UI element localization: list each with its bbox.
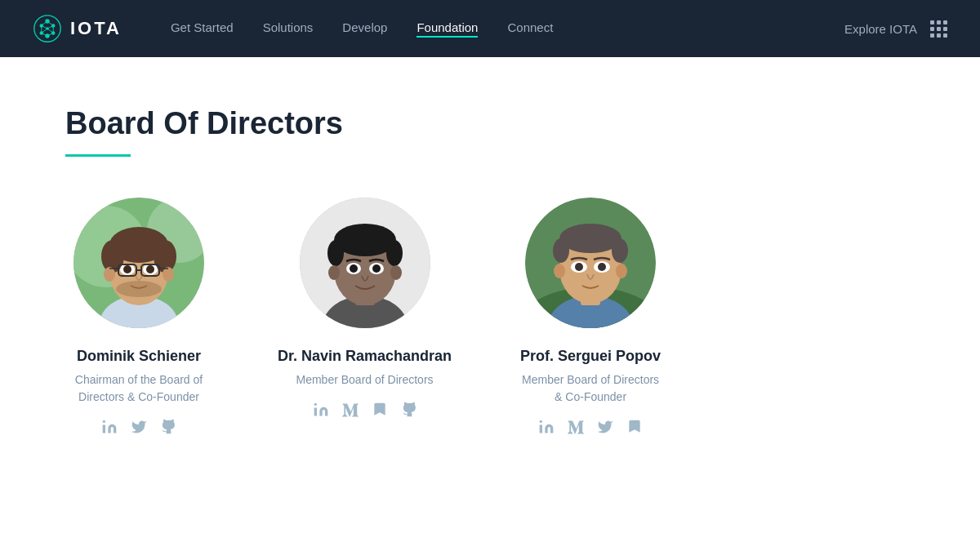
svg-rect-40 bbox=[103, 425, 105, 433]
github-icon-dominik[interactable] bbox=[160, 419, 176, 435]
nav-develop[interactable]: Develop bbox=[342, 20, 387, 38]
grid-dot bbox=[943, 33, 947, 38]
navbar: IOTA Get Started Solutions Develop Found… bbox=[0, 0, 980, 57]
svg-point-71 bbox=[575, 263, 583, 271]
svg-point-67 bbox=[554, 264, 565, 278]
svg-point-72 bbox=[598, 263, 606, 271]
social-icons-navin bbox=[313, 402, 417, 418]
grid-dot bbox=[937, 27, 941, 31]
board-member-navin: Dr. Navin Ramachandran Member Board of D… bbox=[278, 198, 452, 418]
svg-line-9 bbox=[47, 21, 53, 25]
twitter-icon-dominik[interactable] bbox=[131, 419, 147, 435]
grid-dot bbox=[930, 20, 934, 24]
twitter-icon-serguei[interactable] bbox=[597, 419, 613, 435]
member-name-navin: Dr. Navin Ramachandran bbox=[278, 348, 452, 365]
main-content: Board Of Directors bbox=[0, 57, 980, 500]
page-title: Board Of Directors bbox=[65, 106, 915, 141]
social-icons-dominik bbox=[101, 419, 176, 435]
board-member-serguei: Prof. Serguei Popov Member Board of Dire… bbox=[517, 198, 664, 435]
svg-line-12 bbox=[42, 29, 47, 33]
board-grid: Dominik Schiener Chairman of the Board o… bbox=[65, 198, 915, 435]
grid-dot bbox=[937, 33, 941, 38]
svg-point-41 bbox=[103, 420, 105, 423]
nav-right: Explore IOTA bbox=[844, 20, 947, 38]
grid-dot bbox=[943, 20, 947, 24]
speakerdeck-icon-serguei[interactable] bbox=[626, 419, 643, 435]
avatar-navin bbox=[300, 198, 430, 328]
linkedin-icon-navin[interactable] bbox=[313, 402, 329, 418]
github-icon-navin[interactable] bbox=[401, 402, 417, 418]
svg-line-8 bbox=[42, 21, 47, 25]
nav-connect[interactable]: Connect bbox=[507, 20, 553, 38]
avatar-dominik bbox=[74, 198, 204, 328]
svg-rect-56 bbox=[314, 408, 316, 416]
svg-line-13 bbox=[47, 29, 53, 33]
svg-point-68 bbox=[616, 264, 627, 278]
member-role-dominik: Chairman of the Board of Directors & Co-… bbox=[65, 371, 212, 406]
speakerdeck-icon-navin[interactable] bbox=[372, 402, 388, 418]
board-member-dominik: Dominik Schiener Chairman of the Board o… bbox=[65, 198, 212, 435]
svg-point-50 bbox=[328, 265, 340, 280]
nav-get-started[interactable]: Get Started bbox=[171, 20, 234, 38]
nav-solutions[interactable]: Solutions bbox=[263, 20, 314, 38]
explore-iota-button[interactable]: Explore IOTA bbox=[844, 22, 917, 36]
medium-icon-navin[interactable] bbox=[342, 402, 359, 418]
svg-rect-73 bbox=[540, 425, 542, 433]
svg-point-54 bbox=[350, 264, 358, 273]
social-icons-serguei bbox=[538, 419, 643, 435]
svg-point-33 bbox=[146, 265, 154, 273]
svg-point-48 bbox=[327, 240, 344, 266]
svg-point-57 bbox=[314, 403, 316, 406]
nav-links: Get Started Solutions Develop Foundation… bbox=[171, 20, 844, 38]
member-role-serguei: Member Board of Directors & Co-Founder bbox=[517, 371, 664, 406]
svg-point-32 bbox=[123, 265, 131, 273]
member-name-serguei: Prof. Serguei Popov bbox=[520, 348, 661, 365]
member-name-dominik: Dominik Schiener bbox=[77, 348, 201, 365]
title-underline bbox=[65, 154, 131, 157]
iota-logo-icon bbox=[33, 14, 62, 43]
avatar-serguei bbox=[525, 198, 656, 328]
logo[interactable]: IOTA bbox=[33, 14, 122, 43]
member-role-navin: Member Board of Directors bbox=[296, 371, 434, 389]
svg-point-66 bbox=[612, 238, 628, 263]
grid-dot bbox=[930, 27, 934, 31]
linkedin-icon-dominik[interactable] bbox=[101, 419, 118, 435]
grid-dot bbox=[937, 20, 941, 24]
nav-foundation[interactable]: Foundation bbox=[416, 20, 478, 38]
linkedin-icon-serguei[interactable] bbox=[538, 419, 555, 435]
logo-text: IOTA bbox=[70, 18, 122, 39]
svg-point-49 bbox=[386, 240, 403, 266]
grid-dot bbox=[930, 33, 934, 38]
svg-point-51 bbox=[390, 265, 402, 280]
svg-point-74 bbox=[540, 420, 542, 423]
grid-menu-icon[interactable] bbox=[930, 20, 947, 38]
svg-point-55 bbox=[372, 264, 381, 273]
grid-dot bbox=[943, 27, 947, 31]
medium-icon-serguei[interactable] bbox=[568, 419, 584, 435]
svg-point-65 bbox=[553, 238, 569, 263]
